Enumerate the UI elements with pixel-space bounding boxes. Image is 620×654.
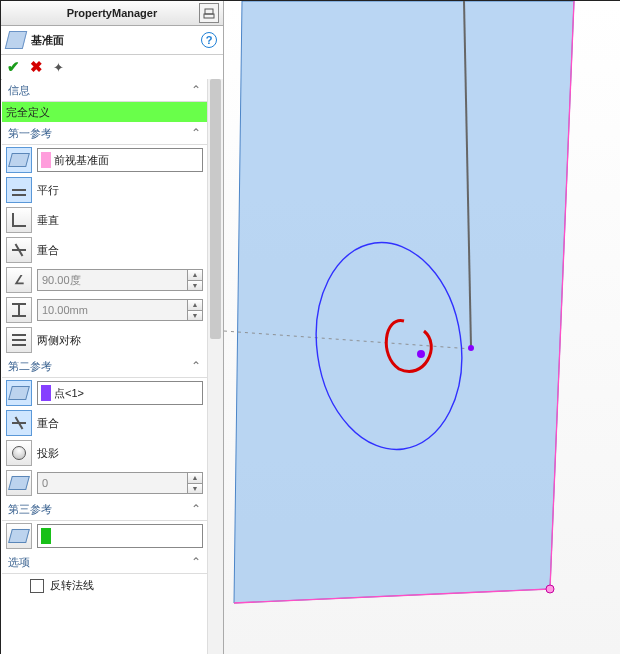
ref2-offset-spinner[interactable]: 0 ▲▼ — [37, 472, 203, 494]
property-manager-panel: PropertyManager 基准面 ? ✔ ✖ ✦ 信息 ⌃ 完全定义 第一… — [1, 1, 224, 654]
distance-spinner[interactable]: 10.00mm ▲▼ — [37, 299, 203, 321]
chevron-up-icon: ⌃ — [191, 502, 201, 516]
svg-point-8 — [468, 345, 474, 351]
panel-title: PropertyManager — [67, 7, 157, 19]
svg-marker-0 — [234, 1, 574, 603]
cancel-button[interactable]: ✖ — [30, 58, 43, 76]
svg-point-7 — [417, 350, 425, 358]
angle-button[interactable]: ∠ — [6, 267, 32, 293]
symmetric-button[interactable] — [6, 327, 32, 353]
action-bar: ✔ ✖ ✦ — [1, 55, 223, 80]
definition-status: 完全定义 — [2, 102, 207, 122]
ref1-entity-icon[interactable] — [6, 147, 32, 173]
plane-icon — [5, 31, 27, 49]
ref2-coincident-label: 重合 — [37, 416, 59, 431]
parallel-button[interactable] — [6, 177, 32, 203]
chevron-up-icon: ⌃ — [191, 555, 201, 569]
panel-header: PropertyManager — [1, 1, 223, 26]
distance-button[interactable] — [6, 297, 32, 323]
ref3-entity-icon[interactable] — [6, 523, 32, 549]
ref1-entity-field[interactable]: 前视基准面 — [37, 148, 203, 172]
spin-down-icon[interactable]: ▼ — [188, 483, 202, 494]
svg-rect-10 — [204, 14, 214, 18]
parallel-label: 平行 — [37, 183, 59, 198]
feature-title-row: 基准面 ? — [1, 26, 223, 55]
symmetric-label: 两侧对称 — [37, 333, 81, 348]
ref2-entity-icon[interactable] — [6, 380, 32, 406]
svg-point-4 — [546, 585, 554, 593]
flip-normal-checkbox[interactable]: 反转法线 — [2, 574, 207, 597]
graphics-viewport[interactable] — [224, 1, 620, 654]
section-ref3[interactable]: 第三参考 ⌃ — [2, 498, 207, 521]
spin-down-icon[interactable]: ▼ — [188, 280, 202, 291]
perpendicular-button[interactable] — [6, 207, 32, 233]
ref2-entity-field[interactable]: 点<1> — [37, 381, 203, 405]
help-icon[interactable]: ? — [201, 32, 217, 48]
svg-rect-9 — [205, 9, 213, 14]
coincident-label: 重合 — [37, 243, 59, 258]
chevron-up-icon: ⌃ — [191, 83, 201, 97]
ref3-entity-field[interactable] — [37, 524, 203, 548]
ok-button[interactable]: ✔ — [7, 58, 20, 76]
section-options[interactable]: 选项 ⌃ — [2, 551, 207, 574]
scrollbar-track[interactable] — [207, 79, 223, 654]
panel-scroll: 信息 ⌃ 完全定义 第一参考 ⌃ 前视基准面 平行 垂直 重合 — [1, 79, 223, 654]
feature-name: 基准面 — [31, 33, 64, 48]
spin-up-icon[interactable]: ▲ — [188, 300, 202, 310]
chevron-up-icon: ⌃ — [191, 359, 201, 373]
ref2-offset-button[interactable] — [6, 470, 32, 496]
ref2-coincident-button[interactable] — [6, 410, 32, 436]
keep-visible-button[interactable]: ✦ — [53, 60, 64, 75]
angle-spinner[interactable]: 90.00度 ▲▼ — [37, 269, 203, 291]
spin-up-icon[interactable]: ▲ — [188, 473, 202, 483]
section-ref2[interactable]: 第二参考 ⌃ — [2, 355, 207, 378]
section-ref1[interactable]: 第一参考 ⌃ — [2, 122, 207, 145]
chevron-up-icon: ⌃ — [191, 126, 201, 140]
spin-up-icon[interactable]: ▲ — [188, 270, 202, 280]
model-scene — [224, 1, 620, 654]
panel-pin-icon[interactable] — [199, 3, 219, 23]
project-button[interactable] — [6, 440, 32, 466]
project-label: 投影 — [37, 446, 59, 461]
checkbox-icon — [30, 579, 44, 593]
spin-down-icon[interactable]: ▼ — [188, 310, 202, 321]
section-info[interactable]: 信息 ⌃ — [2, 79, 207, 102]
flip-normal-label: 反转法线 — [50, 578, 94, 593]
coincident-button[interactable] — [6, 237, 32, 263]
perpendicular-label: 垂直 — [37, 213, 59, 228]
scrollbar-thumb[interactable] — [210, 79, 221, 339]
